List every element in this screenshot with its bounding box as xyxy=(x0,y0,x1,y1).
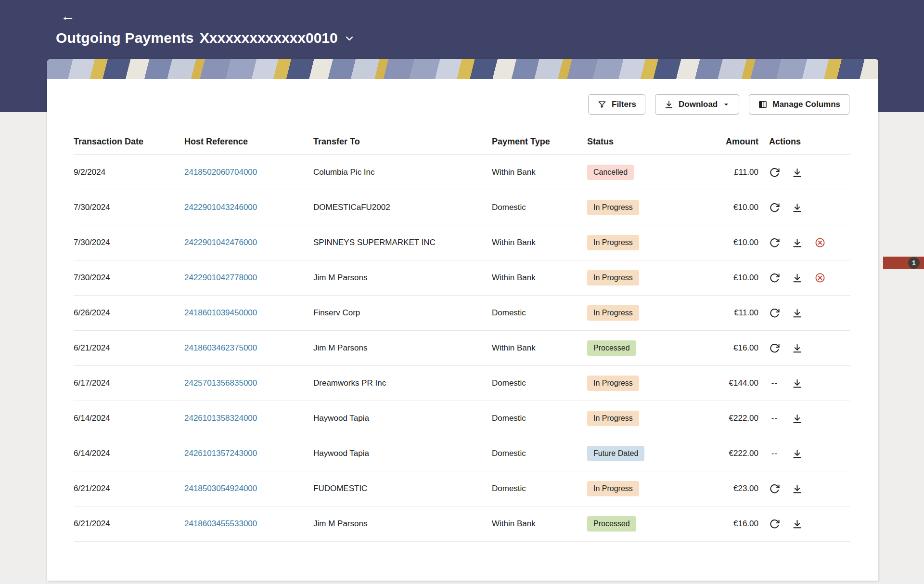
account-chevron-down-icon[interactable] xyxy=(344,33,355,46)
refresh-icon[interactable] xyxy=(769,202,780,213)
host-reference-link[interactable]: 2418502060704000 xyxy=(184,168,257,177)
host-reference-link[interactable]: 2426101357243000 xyxy=(184,449,257,458)
status-badge: In Progress xyxy=(587,270,639,285)
table-row: 7/30/2024 2422901043246000 DOMESTICaFU20… xyxy=(74,190,850,225)
status-badge: Future Dated xyxy=(587,446,644,461)
download-action-icon[interactable] xyxy=(792,343,803,354)
cell-transaction-date: 6/21/2024 xyxy=(74,343,184,353)
cell-payment-type: Within Bank xyxy=(492,238,587,247)
host-reference-link[interactable]: 2422901042778000 xyxy=(184,273,257,282)
cell-transaction-date: 7/30/2024 xyxy=(74,273,184,283)
cell-payment-type: Domestic xyxy=(492,484,587,493)
column-header-host-reference: Host Reference xyxy=(184,137,313,147)
table-row: 7/30/2024 2422901042476000 SPINNEYS SUPE… xyxy=(74,225,850,260)
host-reference-link[interactable]: 2418601039450000 xyxy=(184,308,257,317)
cell-actions: -- xyxy=(758,378,850,389)
status-badge: In Progress xyxy=(587,481,639,496)
cell-transaction-date: 6/26/2024 xyxy=(74,308,184,318)
download-action-icon[interactable] xyxy=(792,202,803,213)
refresh-icon[interactable] xyxy=(769,343,780,354)
refresh-icon[interactable] xyxy=(769,167,780,178)
cell-amount: €222.00 xyxy=(694,414,758,423)
cell-actions xyxy=(758,483,850,494)
download-action-icon[interactable] xyxy=(792,378,803,389)
payments-card: Filters Download Manage Columns Transact… xyxy=(47,59,878,581)
cell-transfer-to: Dreamworks PR Inc xyxy=(313,378,492,388)
status-badge: In Progress xyxy=(587,376,639,390)
cell-amount: £11.00 xyxy=(694,168,758,177)
download-action-icon[interactable] xyxy=(792,483,803,494)
cell-transaction-date: 6/14/2024 xyxy=(74,449,184,458)
columns-icon xyxy=(758,100,768,109)
download-action-icon[interactable] xyxy=(792,308,803,319)
cell-payment-type: Within Bank xyxy=(492,519,587,529)
cell-transaction-date: 7/30/2024 xyxy=(74,238,184,247)
column-header-transaction-date: Transaction Date xyxy=(74,137,184,147)
cell-actions: -- xyxy=(758,413,850,424)
cell-amount: €10.00 xyxy=(694,203,758,212)
column-header-payment-type: Payment Type xyxy=(492,137,587,147)
host-reference-link[interactable]: 2426101358324000 xyxy=(184,414,257,423)
table-row: 6/14/2024 2426101357243000 Haywood Tapia… xyxy=(74,436,850,471)
cell-amount: €10.00 xyxy=(694,238,758,247)
annotation-count-badge: 1 xyxy=(908,257,920,269)
download-action-icon[interactable] xyxy=(792,519,803,530)
host-reference-link[interactable]: 2422901042476000 xyxy=(184,238,257,247)
download-button[interactable]: Download xyxy=(655,94,739,115)
cell-transaction-date: 7/30/2024 xyxy=(74,203,184,212)
manage-columns-button[interactable]: Manage Columns xyxy=(749,94,849,115)
host-reference-link[interactable]: 2418503054924000 xyxy=(184,484,257,493)
cancel-payment-icon[interactable] xyxy=(814,237,826,248)
cell-actions xyxy=(758,343,850,354)
host-reference-link[interactable]: 2425701356835000 xyxy=(184,378,257,388)
download-action-icon[interactable] xyxy=(792,413,803,424)
cell-transfer-to: DOMESTICaFU2002 xyxy=(313,203,492,212)
download-chevron-down-icon xyxy=(722,101,730,108)
download-action-icon[interactable] xyxy=(792,237,803,248)
cell-amount: €16.00 xyxy=(694,519,758,529)
host-reference-link[interactable]: 2418603455533000 xyxy=(184,519,257,528)
page-title: Outgoing Payments xyxy=(56,30,194,46)
status-badge: In Progress xyxy=(587,235,639,250)
column-header-transfer-to: Transfer To xyxy=(313,137,492,147)
status-badge: Processed xyxy=(587,516,636,531)
table-row: 6/26/2024 2418601039450000 Finserv Corp … xyxy=(74,296,850,331)
manage-columns-button-label: Manage Columns xyxy=(772,100,840,109)
cell-transfer-to: Haywood Tapia xyxy=(313,449,492,458)
status-badge: In Progress xyxy=(587,200,639,215)
back-arrow-icon[interactable]: ← xyxy=(61,9,75,23)
table-row: 6/14/2024 2426101358324000 Haywood Tapia… xyxy=(74,401,850,436)
cell-amount: €222.00 xyxy=(694,449,758,458)
table-header-row: Transaction DateHost ReferenceTransfer T… xyxy=(74,129,850,155)
host-reference-link[interactable]: 2422901043246000 xyxy=(184,203,257,212)
download-action-icon[interactable] xyxy=(792,167,803,178)
cell-payment-type: Domestic xyxy=(492,449,587,458)
toolbar: Filters Download Manage Columns xyxy=(47,79,878,115)
cell-actions xyxy=(758,308,850,319)
refresh-icon[interactable] xyxy=(769,237,780,248)
download-action-icon[interactable] xyxy=(792,448,803,459)
table-body: 9/2/2024 2418502060704000 Columbia Pic I… xyxy=(74,155,850,542)
refresh-icon[interactable] xyxy=(769,519,780,530)
table-row: 6/21/2024 2418603462375000 Jim M Parsons… xyxy=(74,331,850,366)
filters-button[interactable]: Filters xyxy=(588,94,645,115)
cell-payment-type: Domestic xyxy=(492,203,587,212)
annotation-marker-strip: 1 xyxy=(883,257,924,269)
status-badge: Processed xyxy=(587,340,636,355)
host-reference-link[interactable]: 2418603462375000 xyxy=(184,343,257,352)
download-action-icon[interactable] xyxy=(792,273,803,284)
table-row: 7/30/2024 2422901042778000 Jim M Parsons… xyxy=(74,260,850,296)
cell-transfer-to: Jim M Parsons xyxy=(313,273,492,283)
refresh-icon[interactable] xyxy=(769,308,780,319)
refresh-icon[interactable] xyxy=(769,273,780,284)
table-row: 6/17/2024 2425701356835000 Dreamworks PR… xyxy=(74,366,850,401)
cancel-payment-icon[interactable] xyxy=(814,272,826,284)
status-badge: In Progress xyxy=(587,305,639,320)
no-action-dashes: -- xyxy=(769,449,780,458)
table-row: 6/21/2024 2418603455533000 Jim M Parsons… xyxy=(74,506,850,542)
cell-payment-type: Within Bank xyxy=(492,343,587,353)
payments-table: Transaction DateHost ReferenceTransfer T… xyxy=(74,129,850,542)
cell-transaction-date: 6/14/2024 xyxy=(74,414,184,423)
refresh-icon[interactable] xyxy=(769,483,780,494)
status-badge: Cancelled xyxy=(587,165,634,180)
